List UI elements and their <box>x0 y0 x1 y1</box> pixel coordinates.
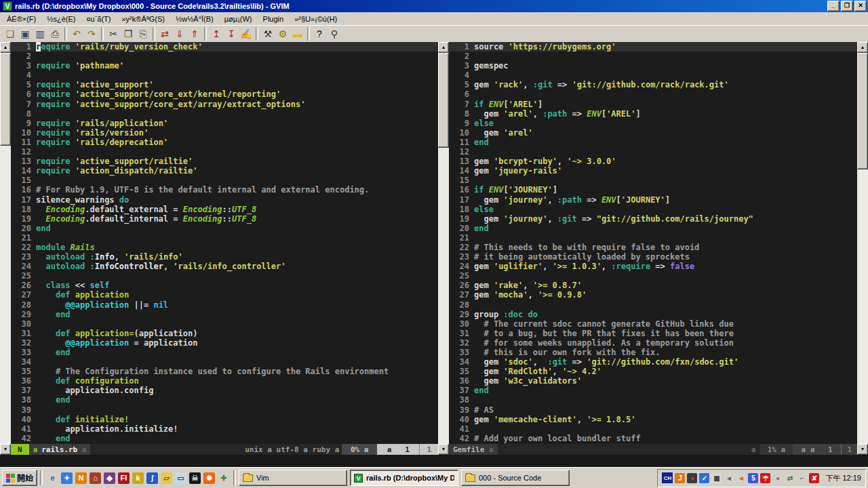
scroll-up-icon[interactable]: ▲ <box>857 42 868 53</box>
code-line[interactable]: 20end <box>449 224 857 233</box>
homesite-quicklaunch-icon[interactable]: ⌂ <box>90 472 101 484</box>
code-line[interactable]: 11require 'rails/deprecation' <box>11 138 438 147</box>
code-line[interactable]: 16if ENV['JOURNEY'] <box>449 185 857 195</box>
menu-edit[interactable]: ½s¿è(E) <box>41 14 81 24</box>
scrollbar-track[interactable] <box>857 169 868 444</box>
display-tray-icon[interactable]: ▦ <box>711 473 722 483</box>
code-line[interactable]: 6require 'active_support/core_ext/kernel… <box>11 89 438 99</box>
code-line[interactable]: 31 # to a bug, but the PR that fixes it … <box>449 329 857 338</box>
code-line[interactable]: 34 gem 'sdoc', :git => 'git://github.com… <box>449 357 857 367</box>
recorder-tray-icon[interactable]: ● <box>687 473 697 483</box>
code-line[interactable]: 19 Encoding.default_internal = Encoding:… <box>11 214 438 224</box>
code-line[interactable]: 26 class << self <box>11 281 438 290</box>
scroll-up-icon[interactable]: ▲ <box>438 42 449 53</box>
code-line[interactable]: 42# Add your own local bundler stuff <box>449 434 857 443</box>
java-tray-icon[interactable]: J <box>675 473 685 483</box>
volume-tray-icon[interactable]: ◄ <box>736 473 746 483</box>
build-tags-button[interactable]: ⚙ <box>275 26 290 41</box>
code-line[interactable]: 12 <box>11 147 438 157</box>
code-line[interactable]: 25 <box>11 271 438 281</box>
code-line[interactable]: 25 <box>449 271 857 281</box>
undo-button[interactable]: ↶ <box>69 26 84 41</box>
sync-tray-icon[interactable]: ⇄ <box>785 473 795 483</box>
code-line[interactable]: 1source 'https://rubygems.org' <box>449 42 857 52</box>
scrollbar-track[interactable] <box>0 146 11 444</box>
code-line[interactable]: 8 gem 'arel', :path => ENV['AREL'] <box>449 109 857 119</box>
avira-tray-icon[interactable]: ☂ <box>760 473 770 483</box>
flash-quicklaunch-icon[interactable]: Fl <box>118 472 130 484</box>
make-button[interactable]: ⚒ <box>260 26 275 41</box>
scrollbar-left[interactable]: ▲ ▼ <box>0 42 11 455</box>
code-line[interactable]: 41 <box>449 424 857 434</box>
cut-button[interactable]: ✂ <box>106 26 121 41</box>
scroll-down-icon[interactable]: ▼ <box>0 444 11 455</box>
print-button[interactable]: ⎙ <box>47 26 62 41</box>
code-line[interactable]: 10require 'rails/version' <box>11 128 438 138</box>
code-line[interactable]: 30 <box>11 319 438 329</box>
ie-quicklaunch-icon[interactable]: e <box>47 472 58 484</box>
code-line[interactable]: 33 # this is our own fork with the fix. <box>449 348 857 357</box>
code-line[interactable]: 24gem 'uglifier', '>= 1.0.3', :require =… <box>449 262 857 271</box>
code-line[interactable]: 34 <box>11 357 438 367</box>
code-line[interactable]: 2 <box>11 52 438 61</box>
code-line[interactable]: 39 <box>11 405 438 415</box>
code-line[interactable]: 18else <box>449 205 857 214</box>
language-indicator[interactable]: CH <box>662 472 673 483</box>
designer-quicklaunch-icon[interactable]: ◆ <box>104 472 115 484</box>
code-line[interactable]: 21 <box>11 233 438 243</box>
code-line[interactable]: 28 <box>449 300 857 310</box>
code-line[interactable]: 21 <box>449 233 857 243</box>
window-quicklaunch-icon[interactable]: ▭ <box>175 472 186 484</box>
code-line[interactable]: 11end <box>449 138 857 147</box>
code-line[interactable]: 30 # The current sdoc cannot generate Gi… <box>449 319 857 329</box>
paste-button[interactable]: ⎘ <box>136 26 151 41</box>
code-line[interactable]: 9else <box>449 119 857 128</box>
task-vim-folder[interactable]: Vim <box>239 470 347 486</box>
code-line[interactable]: 42 end <box>11 434 438 443</box>
scrollbar-thumb[interactable] <box>857 53 868 169</box>
menu-tools[interactable]: ¤u¨ã(T) <box>81 14 116 24</box>
scrollbar-right[interactable]: ▲ ▼ <box>857 42 868 455</box>
code-line[interactable]: 35 # The Configuration instance used to … <box>11 367 438 376</box>
code-line[interactable]: 32 @@application = application <box>11 338 438 348</box>
task-gvim-rails[interactable]: Vrails.rb (D:\dropbox\My D... <box>350 470 458 486</box>
scroll-down-icon[interactable]: ▼ <box>857 444 868 455</box>
mixer-tray-icon[interactable]: ◄ <box>724 473 734 483</box>
code-line[interactable]: 15 <box>449 176 857 185</box>
code-line[interactable]: 7if ENV['AREL'] <box>449 100 857 109</box>
code-line[interactable]: 37 application.config <box>11 386 438 395</box>
open-file-button[interactable]: ❏ <box>3 26 18 41</box>
firefox-quicklaunch-icon[interactable]: ❋ <box>203 472 215 484</box>
find-next-button[interactable]: ⇓ <box>172 26 187 41</box>
key-quicklaunch-icon[interactable]: k <box>132 472 144 484</box>
code-line[interactable]: 12 <box>449 147 857 157</box>
code-line[interactable]: 15 <box>11 176 438 185</box>
code-line[interactable]: 23 autoload :Info, 'rails/info' <box>11 252 438 262</box>
code-line[interactable]: 26gem 'rake', '>= 0.8.7' <box>449 281 857 290</box>
netscape-quicklaunch-icon[interactable]: N <box>75 472 87 484</box>
load-session-button[interactable]: ↥ <box>209 26 224 41</box>
save-all-button[interactable]: ▥ <box>33 26 47 41</box>
code-line[interactable]: 24 autoload :InfoController, 'rails/info… <box>11 262 438 271</box>
code-line[interactable]: 38 end <box>11 395 438 405</box>
menu-help[interactable]: »²§U»¡©ú(H) <box>289 14 342 24</box>
menu-syntax[interactable]: »y²k®ÄªG(S) <box>117 14 171 24</box>
restore-button[interactable]: ❐ <box>841 1 853 12</box>
menu-buffers[interactable]: ½w½Ä°Ï(B) <box>170 14 219 24</box>
code-line[interactable]: 37end <box>449 386 857 395</box>
code-line[interactable]: 27 def application <box>11 290 438 300</box>
code-line[interactable]: 36 gem 'w3c_validators' <box>449 376 857 386</box>
swirl-quicklaunch-icon[interactable]: ʃ <box>146 472 158 484</box>
code-line[interactable]: 5require 'active_support' <box>11 80 438 89</box>
redo-button[interactable]: ↷ <box>84 26 99 41</box>
find-prev-button[interactable]: ⇑ <box>187 26 202 41</box>
code-line[interactable]: 13gem 'bcrypt-ruby', '~> 3.0.0' <box>449 157 857 166</box>
code-line[interactable]: 14require 'action_dispatch/railtie' <box>11 166 438 176</box>
menu-window[interactable]: µøµ¡(W) <box>219 14 258 24</box>
code-line[interactable]: 14gem 'jquery-rails' <box>449 166 857 176</box>
code-line[interactable]: 3gemspec <box>449 61 857 70</box>
close-button[interactable]: ✕ <box>854 1 867 12</box>
skull-quicklaunch-icon[interactable]: ☠ <box>189 472 201 484</box>
code-line[interactable]: 29 end <box>11 310 438 319</box>
save-session-button[interactable]: ↧ <box>224 26 239 41</box>
